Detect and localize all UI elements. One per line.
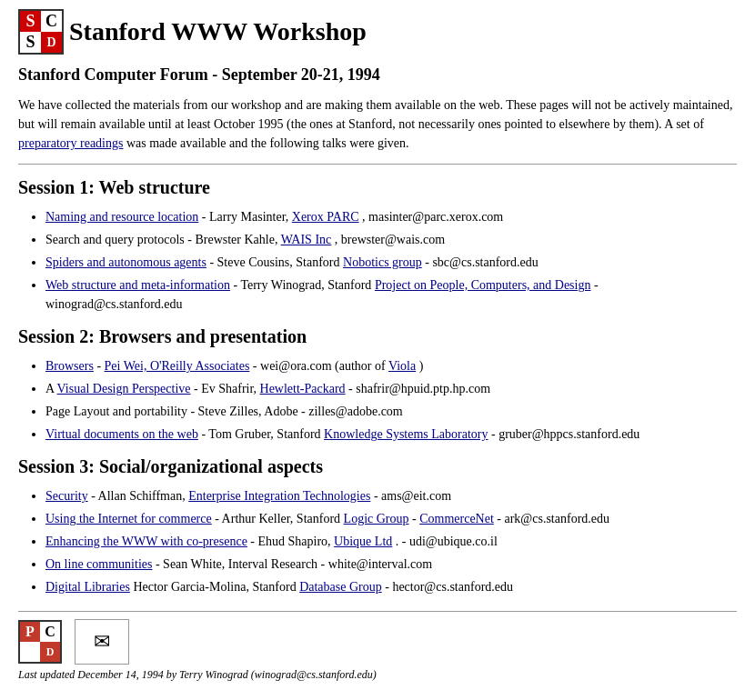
item-text: - Sean White, Interval Research - white@… — [156, 557, 432, 571]
ksl-link[interactable]: Knowledge Systems Laboratory — [324, 427, 488, 441]
session1-list: Naming and resource location - Larry Mas… — [45, 207, 737, 314]
session2-list: Browsers - Pei Wei, O'Reilly Associates … — [45, 356, 737, 444]
item-text: - Steve Cousins, Stanford — [209, 255, 343, 269]
list-item: Security - Allan Schiffman, Enterprise I… — [45, 486, 737, 505]
item-text: Search and query protocols - Brewster Ka… — [45, 233, 281, 246]
item-text: - ark@cs.stanford.edu — [497, 512, 609, 525]
eit-link[interactable]: Enterprise Integration Technologies — [188, 489, 370, 503]
online-communities-link[interactable]: On line communities — [45, 557, 152, 571]
item-text: - Terry Winograd, Stanford — [233, 278, 374, 292]
list-item: Spiders and autonomous agents - Steve Co… — [45, 253, 737, 272]
list-item: Enhancing the WWW with co-presence - Ehu… — [45, 532, 737, 551]
logic-group-link[interactable]: Logic Group — [344, 512, 409, 525]
list-item: Search and query protocols - Brewster Ka… — [45, 230, 737, 249]
pei-wei-link[interactable]: Pei Wei, O'Reilly Associates — [105, 359, 250, 373]
visual-design-link[interactable]: Visual Design Perspective — [57, 382, 191, 395]
hp-link[interactable]: Hewlett-Packard — [260, 382, 346, 395]
item-text: - gruber@hppcs.stanford.edu — [491, 427, 639, 441]
logo-cell-c: C — [41, 11, 62, 32]
footer-logo-d-blank — [20, 642, 40, 662]
nobotics-link[interactable]: Nobotics group — [343, 255, 422, 269]
intro-text-before: We have collected the materials from our… — [18, 98, 732, 131]
item-text: Page Layout and portability - Steve Zill… — [45, 405, 403, 418]
intro-text-after: was made available and the following tal… — [126, 136, 409, 150]
footer: P C D ✉ — [18, 611, 737, 665]
naming-resource-link[interactable]: Naming and resource location — [45, 210, 198, 224]
list-item: Virtual documents on the web - Tom Grube… — [45, 425, 737, 444]
internet-commerce-link[interactable]: Using the Internet for commerce — [45, 512, 212, 525]
logo-cell-d: D — [41, 32, 62, 53]
item-text: - Ev Shafrir, — [194, 382, 260, 395]
preparatory-readings-link[interactable]: preparatory readings — [18, 136, 123, 150]
stanford-logo: S C S D — [18, 9, 64, 55]
item-text: - Tom Gruber, Stanford — [201, 427, 324, 441]
list-item: Using the Internet for commerce - Arthur… — [45, 509, 737, 528]
logo-cell-s: S — [20, 11, 41, 32]
logo-cell-s2: S — [20, 32, 41, 53]
list-item: On line communities - Sean White, Interv… — [45, 555, 737, 574]
list-item: Naming and resource location - Larry Mas… — [45, 207, 737, 226]
item-text: - shafrir@hpuid.ptp.hp.com — [348, 382, 490, 395]
list-item: Web structure and meta-information - Ter… — [45, 275, 737, 314]
footer-logo-p: P — [20, 622, 40, 642]
item-text: - — [96, 359, 104, 373]
ubique-link[interactable]: Ubique Ltd — [334, 535, 392, 548]
item-text: Hector Garcia-Molina, Stanford — [133, 580, 299, 594]
session1-title: Session 1: Web structure — [18, 177, 737, 198]
security-link[interactable]: Security — [45, 489, 88, 503]
commercenet-link[interactable]: CommerceNet — [419, 512, 494, 525]
item-text: , masinter@parc.xerox.com — [362, 210, 503, 224]
page-header: S C S D Stanford WWW Workshop — [18, 9, 737, 55]
footer-logo-c: C — [40, 622, 60, 642]
browsers-link[interactable]: Browsers — [45, 359, 94, 373]
session3-title: Session 3: Social/organizational aspects — [18, 456, 737, 477]
item-text: - ams@eit.com — [374, 489, 451, 503]
item-text: , brewster@wais.com — [335, 233, 445, 246]
list-item: Digital Libraries Hector Garcia-Molina, … — [45, 577, 737, 596]
item-text: - hector@cs.stanford.edu — [385, 580, 513, 594]
item-text: - — [412, 512, 419, 525]
footer-logo-d: D — [40, 642, 60, 662]
session2-title: Session 2: Browsers and presentation — [18, 326, 737, 347]
item-text: A — [45, 382, 57, 395]
item-text: - sbc@cs.stanford.edu — [425, 255, 538, 269]
item-text: - Ehud Shapiro, — [250, 535, 334, 548]
item-text: - Arthur Keller, Stanford — [215, 512, 343, 525]
footer-email-icon: ✉ — [75, 619, 129, 665]
divider-1 — [18, 164, 737, 165]
list-item: Page Layout and portability - Steve Zill… — [45, 402, 737, 421]
ppcd-link[interactable]: Project on People, Computers, and Design — [375, 278, 591, 292]
list-item: Browsers - Pei Wei, O'Reilly Associates … — [45, 356, 737, 375]
last-updated: Last updated December 14, 1994 by Terry … — [18, 668, 737, 682]
event-subtitle: Stanford Computer Forum - September 20-2… — [18, 65, 737, 85]
page-title: Stanford WWW Workshop — [69, 17, 367, 46]
list-item: A Visual Design Perspective - Ev Shafrir… — [45, 379, 737, 398]
item-text: - Allan Schiffman, — [91, 489, 188, 503]
item-text: - Larry Masinter, — [202, 210, 292, 224]
intro-paragraph: We have collected the materials from our… — [18, 95, 737, 153]
item-text: . - udi@ubique.co.il — [396, 535, 498, 548]
viola-link[interactable]: Viola — [388, 359, 416, 373]
wais-link[interactable]: WAIS Inc — [281, 233, 332, 246]
xerox-parc-link[interactable]: Xerox PARC — [292, 210, 359, 224]
digital-libraries-link[interactable]: Digital Libraries — [45, 580, 130, 594]
database-group-link[interactable]: Database Group — [299, 580, 382, 594]
copresence-link[interactable]: Enhancing the WWW with co-presence — [45, 535, 247, 548]
spiders-agents-link[interactable]: Spiders and autonomous agents — [45, 255, 206, 269]
session3-list: Security - Allan Schiffman, Enterprise I… — [45, 486, 737, 596]
item-text: ) — [419, 359, 424, 373]
item-text: - wei@ora.com (author of — [253, 359, 388, 373]
virtual-docs-link[interactable]: Virtual documents on the web — [45, 427, 198, 441]
web-structure-link[interactable]: Web structure and meta-information — [45, 278, 230, 292]
footer-stanford-logo: P C D — [18, 620, 62, 664]
